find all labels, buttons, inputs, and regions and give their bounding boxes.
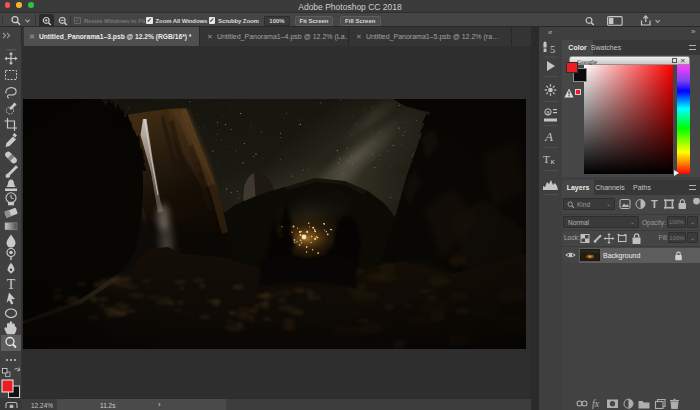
svg-text:fx: fx — [592, 398, 600, 409]
svg-text:A: A — [544, 129, 553, 144]
svg-text:T: T — [651, 198, 658, 210]
svg-text:κ: κ — [551, 156, 556, 166]
svg-text:T: T — [7, 277, 16, 292]
svg-text:a: a — [546, 109, 550, 116]
svg-text:5: 5 — [550, 44, 555, 55]
svg-text:T: T — [543, 153, 550, 165]
